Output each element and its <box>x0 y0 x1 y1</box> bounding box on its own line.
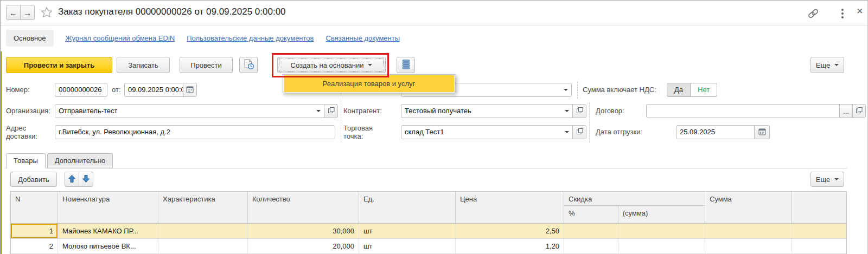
shipping-date-value: 25.09.2025 <box>676 126 754 139</box>
chevron-down-icon <box>368 64 372 68</box>
counterparty-value: Тестовый получатеь <box>401 105 561 118</box>
more-menu-icon[interactable] <box>840 8 845 19</box>
create-based-on-label: Создать на основании <box>291 61 364 69</box>
cell-n[interactable]: 2 <box>11 239 58 253</box>
col-characteristic: Характеристика <box>158 192 248 223</box>
cell-price[interactable]: 1,20 <box>456 239 564 253</box>
combo-dropdown-button[interactable] <box>560 83 571 96</box>
combo-dropdown-button[interactable] <box>561 126 572 139</box>
create-based-on-menu: Реализация товаров и услуг <box>283 74 455 93</box>
more-label: Еще <box>816 61 830 69</box>
outlet-field[interactable]: склад Тест1 <box>401 125 586 139</box>
open-icon <box>328 107 335 115</box>
number-field[interactable]: 00000000026 <box>55 83 107 97</box>
cell-discount_sum[interactable] <box>618 239 705 253</box>
delivery-address-field[interactable]: г.Витебск, ул. Революционная, д.2 <box>55 125 335 139</box>
cell-quantity[interactable]: 30,000 <box>248 224 359 238</box>
field-separator <box>577 82 578 99</box>
items-more-button[interactable]: Еще <box>810 172 844 187</box>
tab-linked-docs[interactable]: Связанные документы <box>326 34 400 42</box>
open-button[interactable] <box>572 126 586 139</box>
vat-toggle: Да Нет <box>667 83 717 97</box>
cell-unit[interactable]: шт <box>359 239 456 253</box>
contract-label: Договор: <box>596 107 624 115</box>
col-discount: Скидка <box>564 192 705 206</box>
forward-button[interactable]: → <box>20 5 35 20</box>
tab-additional[interactable]: Дополнительно <box>47 153 113 168</box>
open-button[interactable] <box>852 105 865 118</box>
vat-label: Сумма включает НДС: <box>583 86 656 94</box>
menu-item-goods-sales[interactable]: Реализация товаров и услуг <box>284 75 454 92</box>
favorite-star-icon[interactable] <box>41 6 53 19</box>
reports-list-button[interactable] <box>397 57 415 73</box>
choose-button[interactable]: ... <box>839 105 852 118</box>
delivery-address-value: г.Витебск, ул. Революционная, д.2 <box>55 126 335 139</box>
calendar-button[interactable] <box>183 83 196 96</box>
move-up-button[interactable] <box>65 172 79 187</box>
arrow-up-icon <box>68 174 76 185</box>
open-button[interactable] <box>324 105 337 118</box>
date-label: от: <box>112 86 121 94</box>
cell-sum[interactable] <box>705 239 792 253</box>
table-row[interactable]: 1Майонез КАМАКО ПР...30,000шт2,50 <box>11 224 846 239</box>
col-unit: Ед. <box>359 192 456 223</box>
window-left-stripe <box>1 51 2 254</box>
get-link-icon[interactable] <box>807 8 819 21</box>
cell-quantity[interactable]: 20,000 <box>248 239 359 253</box>
outlet-label: Торговая точка: <box>343 124 382 140</box>
vat-yes-button[interactable]: Да <box>667 83 691 97</box>
cell-nomenclature[interactable]: Майонез КАМАКО ПР... <box>58 224 158 238</box>
cell-price[interactable]: 2,50 <box>456 224 564 238</box>
tab-user-data[interactable]: Пользовательские данные документов <box>187 34 314 42</box>
more-label: Еще <box>816 175 830 184</box>
contract-value <box>647 105 839 118</box>
blue-stack-icon <box>401 59 411 71</box>
col-n: N <box>11 192 58 223</box>
document-date-field[interactable]: 09.09.2025 0:00:00 <box>124 83 197 97</box>
contract-field[interactable]: ... <box>646 104 866 118</box>
create-based-on-button[interactable]: Создать на основании <box>277 57 386 73</box>
chevron-down-icon <box>565 131 569 135</box>
delivery-address-label: Адрес доставки: <box>6 124 50 140</box>
section-tabs: Товары Дополнительно <box>6 153 113 168</box>
table-row[interactable]: 2Молоко питьевое ВК...20,000шт1,20 <box>11 239 846 254</box>
counterparty-field[interactable]: Тестовый получатеь <box>401 104 586 118</box>
combo-dropdown-button[interactable] <box>313 105 324 118</box>
open-button[interactable] <box>572 105 586 118</box>
combo-dropdown-button[interactable] <box>561 105 572 118</box>
post-and-close-button[interactable]: Провести и закрыть <box>6 57 112 73</box>
shipping-date-field[interactable]: 25.09.2025 <box>676 125 770 139</box>
table-body: 1Майонез КАМАКО ПР...30,000шт2,502Молоко… <box>10 224 847 254</box>
col-discount-group: Скидка % (сумма) <box>564 192 705 223</box>
tab-edin-log[interactable]: Журнал сообщений обмена EDiN <box>66 34 175 42</box>
tab-goods[interactable]: Товары <box>6 153 46 168</box>
add-row-button[interactable]: Добавить <box>10 172 57 187</box>
cell-sum[interactable] <box>705 224 792 238</box>
document-register-records-button[interactable] <box>239 57 258 73</box>
cell-characteristic[interactable] <box>158 239 248 253</box>
back-button[interactable]: ← <box>6 5 21 20</box>
toolbar-more-button[interactable]: Еще <box>810 57 844 73</box>
col-discount-sum: (сумма) <box>618 206 705 223</box>
move-down-button[interactable] <box>79 172 93 187</box>
vat-no-button[interactable]: Нет <box>690 83 717 97</box>
cell-discount_sum[interactable] <box>618 224 705 238</box>
cell-characteristic[interactable] <box>158 224 248 238</box>
organization-field[interactable]: Отправитель-тест <box>55 104 338 118</box>
arrow-down-icon <box>82 174 90 185</box>
cell-n[interactable]: 1 <box>11 224 58 238</box>
calendar-button[interactable] <box>754 126 769 139</box>
counterparty-label: Контрагент: <box>343 107 382 115</box>
cell-discount_pct[interactable] <box>564 239 618 253</box>
organization-label: Организация: <box>6 107 50 115</box>
col-quantity: Количество <box>248 192 359 223</box>
cell-nomenclature[interactable]: Молоко питьевое ВК... <box>58 239 158 253</box>
cell-discount_pct[interactable] <box>564 224 618 238</box>
tab-main[interactable]: Основное <box>6 30 54 47</box>
table-header: N Номенклатура Характеристика Количество… <box>10 191 847 224</box>
post-button[interactable]: Провести <box>180 57 233 73</box>
cell-unit[interactable]: шт <box>359 224 456 238</box>
close-icon[interactable]: × <box>857 5 863 16</box>
write-button[interactable]: Записать <box>117 57 170 73</box>
items-table: N Номенклатура Характеристика Количество… <box>10 191 847 254</box>
